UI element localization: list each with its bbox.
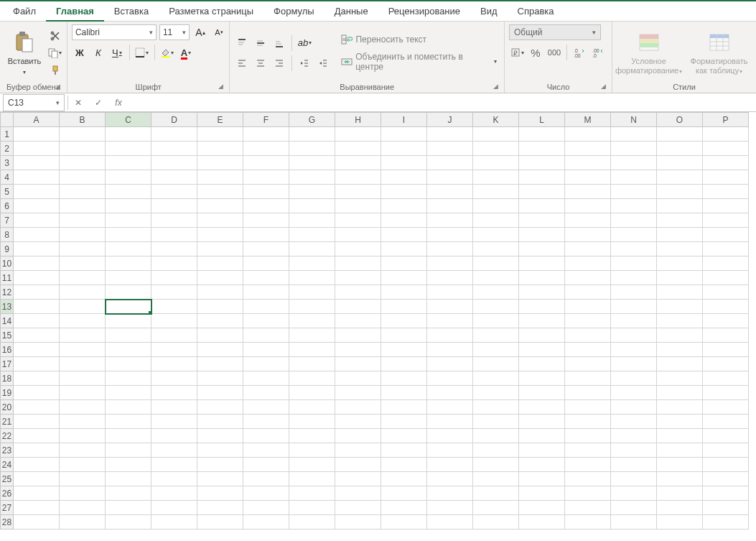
cell[interactable]	[473, 300, 519, 314]
cell[interactable]	[611, 142, 657, 156]
cell[interactable]	[106, 185, 151, 199]
cell[interactable]	[565, 443, 611, 458]
cell[interactable]	[60, 343, 106, 357]
cell[interactable]	[60, 357, 106, 371]
cell[interactable]	[519, 185, 565, 199]
cell[interactable]	[60, 199, 106, 213]
cell[interactable]	[703, 142, 749, 156]
cell[interactable]	[427, 515, 473, 530]
cell[interactable]	[381, 156, 427, 170]
cell[interactable]	[60, 156, 106, 170]
dialog-launcher-icon[interactable]: ◢	[491, 83, 500, 91]
cell[interactable]	[565, 458, 611, 472]
name-box[interactable]: C13 ▾	[3, 94, 65, 111]
cell[interactable]	[151, 429, 197, 443]
cell[interactable]	[243, 472, 289, 486]
cell[interactable]	[243, 343, 289, 357]
formula-input[interactable]	[129, 94, 756, 111]
cell[interactable]	[611, 271, 657, 285]
cell[interactable]	[14, 415, 60, 429]
cell[interactable]	[106, 472, 151, 486]
cell[interactable]	[519, 170, 565, 185]
cell[interactable]	[473, 472, 519, 486]
row-header[interactable]: 21	[1, 415, 14, 429]
cell[interactable]	[381, 185, 427, 199]
cell[interactable]	[565, 213, 611, 228]
cell[interactable]	[14, 386, 60, 400]
cell[interactable]	[703, 185, 749, 199]
cell[interactable]	[197, 199, 243, 213]
cell[interactable]	[335, 472, 381, 486]
cell[interactable]	[611, 472, 657, 486]
cell[interactable]	[657, 228, 703, 242]
format-painter-button[interactable]	[48, 63, 62, 78]
cell[interactable]	[151, 314, 197, 328]
cell[interactable]	[519, 314, 565, 328]
dialog-launcher-icon[interactable]: ◢	[216, 83, 225, 91]
cell[interactable]	[289, 515, 335, 530]
row-header[interactable]: 9	[1, 242, 14, 256]
cell[interactable]	[335, 501, 381, 515]
cell[interactable]	[289, 328, 335, 343]
cell[interactable]	[565, 271, 611, 285]
cell[interactable]	[243, 228, 289, 242]
cell[interactable]	[703, 486, 749, 501]
cell[interactable]	[151, 213, 197, 228]
cell[interactable]	[519, 371, 565, 386]
cell[interactable]	[197, 415, 243, 429]
cell[interactable]	[14, 285, 60, 300]
cell[interactable]	[703, 228, 749, 242]
cell[interactable]	[703, 271, 749, 285]
row-header[interactable]: 12	[1, 285, 14, 300]
cell[interactable]	[151, 472, 197, 486]
cell[interactable]	[703, 343, 749, 357]
format-as-table-button[interactable]: Форматировать как таблицу▾	[686, 28, 752, 78]
col-header[interactable]: H	[335, 113, 381, 127]
cell[interactable]	[611, 328, 657, 343]
cell[interactable]	[197, 386, 243, 400]
cell[interactable]	[106, 501, 151, 515]
cell[interactable]	[335, 185, 381, 199]
row-header[interactable]: 6	[1, 199, 14, 213]
cell[interactable]	[427, 328, 473, 343]
row-header[interactable]: 22	[1, 429, 14, 443]
cell[interactable]	[60, 127, 106, 142]
row-header[interactable]: 28	[1, 515, 14, 530]
cell[interactable]	[289, 170, 335, 185]
cell[interactable]	[473, 357, 519, 371]
cell[interactable]	[565, 156, 611, 170]
cell[interactable]	[289, 228, 335, 242]
cell[interactable]	[106, 285, 151, 300]
cell[interactable]	[427, 142, 473, 156]
cell[interactable]	[565, 386, 611, 400]
cell[interactable]	[473, 213, 519, 228]
cell[interactable]	[14, 501, 60, 515]
cell[interactable]	[106, 142, 151, 156]
cell[interactable]	[381, 328, 427, 343]
align-bottom-button[interactable]	[271, 35, 287, 51]
cell[interactable]	[519, 429, 565, 443]
cell[interactable]	[197, 458, 243, 472]
cell[interactable]	[611, 185, 657, 199]
cell[interactable]	[381, 343, 427, 357]
cell[interactable]	[473, 156, 519, 170]
cell[interactable]	[565, 515, 611, 530]
cell[interactable]	[519, 386, 565, 400]
cell[interactable]	[657, 242, 703, 256]
cell[interactable]	[427, 415, 473, 429]
cell[interactable]	[106, 371, 151, 386]
row-header[interactable]: 5	[1, 185, 14, 199]
cell[interactable]	[427, 300, 473, 314]
cell[interactable]	[565, 400, 611, 415]
cell[interactable]	[473, 242, 519, 256]
menu-tab-вид[interactable]: Вид	[470, 1, 508, 21]
cell[interactable]	[473, 386, 519, 400]
cell[interactable]	[14, 486, 60, 501]
cell[interactable]	[289, 185, 335, 199]
font-color-button[interactable]: A▾	[178, 45, 194, 60]
cell[interactable]	[151, 443, 197, 458]
cell[interactable]	[519, 458, 565, 472]
cell[interactable]	[151, 142, 197, 156]
cell[interactable]	[473, 458, 519, 472]
cell[interactable]	[106, 271, 151, 285]
